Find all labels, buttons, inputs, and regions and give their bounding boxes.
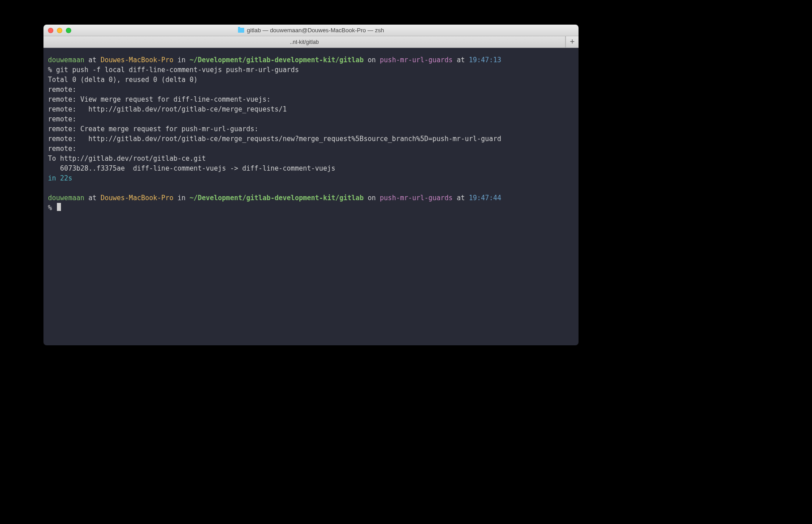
prompt-user: douwemaan <box>48 194 84 202</box>
output-line: 6073b28..f3375ae diff-line-comment-vuejs… <box>48 163 574 173</box>
command-text: git push -f local diff-line-comment-vuej… <box>56 66 299 74</box>
window-title: gitlab — douwemaan@Douwes-MacBook-Pro — … <box>43 27 579 34</box>
tab-bar: ..nt-kit/gitlab + <box>43 36 579 48</box>
zoom-icon[interactable] <box>66 28 71 33</box>
prompt-line-1: douwemaan at Douwes-MacBook-Pro in ~/Dev… <box>48 55 574 65</box>
output-line: To http://gitlab.dev/root/gitlab-ce.git <box>48 154 574 163</box>
output-line: remote: http://gitlab.dev/root/gitlab-ce… <box>48 134 574 144</box>
terminal-window: gitlab — douwemaan@Douwes-MacBook-Pro — … <box>43 25 579 345</box>
cursor-icon <box>57 203 61 211</box>
traffic-lights <box>48 28 71 33</box>
tab-active[interactable]: ..nt-kit/gitlab <box>43 36 566 47</box>
terminal-body[interactable]: douwemaan at Douwes-MacBook-Pro in ~/Dev… <box>43 48 579 345</box>
prompt-symbol: % <box>48 204 56 212</box>
prompt-time: 19:47:13 <box>469 56 501 64</box>
blank-line <box>48 183 574 193</box>
folder-icon <box>238 28 244 33</box>
prompt-path: ~/Development/gitlab-development-kit/git… <box>190 194 363 202</box>
prompt-branch: push-mr-url-guards <box>380 56 453 64</box>
titlebar[interactable]: gitlab — douwemaan@Douwes-MacBook-Pro — … <box>43 25 579 36</box>
prompt-symbol: % <box>48 66 56 74</box>
prompt-time: 19:47:44 <box>469 194 501 202</box>
output-line: remote: Create merge request for push-mr… <box>48 124 574 134</box>
prompt-user: douwemaan <box>48 56 84 64</box>
minimize-icon[interactable] <box>57 28 62 33</box>
window-title-text: gitlab — douwemaan@Douwes-MacBook-Pro — … <box>247 27 384 34</box>
output-line: Total 0 (delta 0), reused 0 (delta 0) <box>48 75 574 85</box>
output-line: remote: <box>48 85 574 94</box>
prompt-line-2: douwemaan at Douwes-MacBook-Pro in ~/Dev… <box>48 193 574 203</box>
prompt-host: Douwes-MacBook-Pro <box>100 194 173 202</box>
timing-line: in 22s <box>48 173 574 183</box>
tab-label: ..nt-kit/gitlab <box>290 39 319 45</box>
command-line: % git push -f local diff-line-comment-vu… <box>48 65 574 75</box>
cursor-line: % <box>48 203 574 213</box>
output-line: remote: http://gitlab.dev/root/gitlab-ce… <box>48 104 574 114</box>
close-icon[interactable] <box>48 28 53 33</box>
new-tab-button[interactable]: + <box>566 36 579 47</box>
output-line: remote: View merge request for diff-line… <box>48 94 574 104</box>
output-line: remote: <box>48 114 574 124</box>
prompt-path: ~/Development/gitlab-development-kit/git… <box>190 56 363 64</box>
plus-icon: + <box>570 37 575 47</box>
prompt-host: Douwes-MacBook-Pro <box>100 56 173 64</box>
output-line: remote: <box>48 144 574 154</box>
prompt-branch: push-mr-url-guards <box>380 194 453 202</box>
